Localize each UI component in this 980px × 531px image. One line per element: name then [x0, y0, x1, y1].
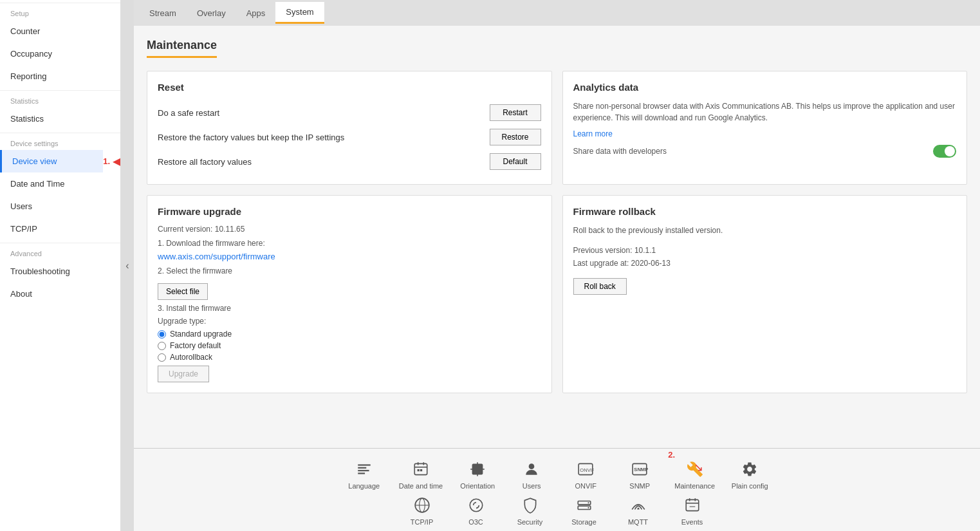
restore-label: Restore the factory values but keep the …	[158, 133, 490, 142]
events-icon	[682, 495, 703, 516]
roll-back-button[interactable]: Roll back	[573, 278, 627, 295]
bottom-icons: Language Date and time Orientation	[134, 448, 980, 531]
toggle-knob	[945, 146, 955, 156]
sidebar: Setup Counter Occupancy Reporting Statis…	[0, 0, 121, 531]
rollback-card-title: Firmware rollback	[573, 206, 957, 217]
firmware-upgrade-card: Firmware upgrade Current version: 10.11.…	[147, 195, 552, 393]
radio-group: Standard upgrade Factory default Autorol…	[158, 330, 541, 362]
current-version-label: Current version:	[158, 225, 212, 234]
icon-events[interactable]: Events	[673, 495, 712, 526]
tab-overlay[interactable]: Overlay	[187, 3, 236, 23]
sidebar-item-about[interactable]: About	[0, 283, 120, 305]
previous-version-label: Previous version:	[573, 246, 633, 255]
sidebar-item-statistics[interactable]: Statistics	[0, 107, 120, 130]
learn-more-link[interactable]: Learn more	[573, 129, 613, 138]
svg-point-23	[470, 499, 483, 512]
fw-step1: 1. Download the firmware here:	[158, 239, 541, 248]
select-file-button[interactable]: Select file	[158, 283, 208, 300]
icon-language[interactable]: Language	[345, 459, 384, 490]
svg-rect-1	[358, 467, 366, 469]
sidebar-item-tcpip[interactable]: TCP/IP	[0, 218, 120, 240]
icon-storage[interactable]: Storage	[565, 495, 604, 526]
svg-point-27	[587, 507, 589, 508]
sidebar-item-users[interactable]: Users	[0, 195, 120, 218]
analytics-card-title: Analytics data	[573, 82, 957, 93]
rollback-description: Roll back to the previously installed ve…	[573, 225, 957, 236]
share-data-toggle[interactable]	[933, 145, 956, 158]
restart-label: Do a safe restart	[158, 108, 490, 118]
tab-system[interactable]: System	[275, 2, 324, 24]
radio-factory: Factory default	[158, 341, 541, 350]
language-label: Language	[348, 482, 380, 490]
cards-row-1: Reset Do a safe restart Restart Restore …	[147, 71, 967, 185]
icon-onvif[interactable]: ONVIF ONVIF	[566, 459, 605, 490]
analytics-card: Analytics data Share non-personal browse…	[562, 71, 968, 185]
current-version-value: 10.11.65	[215, 225, 245, 234]
radio-standard-input[interactable]	[158, 330, 166, 339]
icon-mqtt[interactable]: MQTT	[619, 495, 658, 526]
svg-point-26	[587, 502, 589, 503]
svg-rect-10	[473, 464, 483, 474]
plainconfig-label: Plain config	[732, 482, 768, 490]
storage-icon	[574, 495, 595, 516]
icon-orientation[interactable]: Orientation	[458, 459, 497, 490]
default-row: Restore all factory values Default	[158, 149, 541, 174]
tcpip-icon	[412, 495, 432, 516]
sidebar-item-counter[interactable]: Counter	[0, 20, 120, 42]
users-icon	[521, 459, 542, 480]
radio-autorollback: Autorollback	[158, 353, 541, 362]
content-area: Stream Overlay Apps System Maintenance R…	[134, 0, 980, 531]
icons-grid-row2: TCP/IP O3C Security	[134, 495, 980, 526]
collapse-button[interactable]: ‹	[121, 0, 134, 531]
svg-rect-2	[358, 470, 369, 471]
radio-factory-label: Factory default	[170, 341, 221, 350]
orientation-label: Orientation	[460, 482, 495, 490]
restore-button[interactable]: Restore	[490, 129, 541, 145]
mqtt-icon	[628, 495, 649, 516]
reset-card: Reset Do a safe restart Restart Restore …	[147, 71, 552, 185]
icon-users[interactable]: Users	[512, 459, 551, 490]
radio-factory-input[interactable]	[158, 342, 166, 350]
onvif-label: ONVIF	[575, 482, 596, 490]
sidebar-item-device-view[interactable]: Device view	[0, 150, 103, 172]
storage-label: Storage	[571, 518, 596, 526]
restart-button[interactable]: Restart	[490, 104, 541, 121]
annotation-1-label: 1.	[103, 156, 113, 166]
maintenance-label: Maintenance	[674, 482, 715, 490]
radio-standard-label: Standard upgrade	[170, 330, 232, 339]
onvif-icon: ONVIF	[575, 459, 596, 480]
icon-o3c[interactable]: O3C	[457, 495, 495, 526]
svg-rect-28	[686, 499, 699, 510]
rollback-meta: Previous version: 10.1.1 Last upgrade at…	[573, 244, 957, 270]
upgrade-button[interactable]: Upgrade	[158, 366, 209, 382]
icon-datetime[interactable]: Date and time	[399, 459, 443, 490]
toggle-label: Share data with developers	[573, 147, 667, 156]
icon-maintenance[interactable]: 2. ↘ Maintenance	[674, 459, 715, 490]
tab-apps[interactable]: Apps	[236, 3, 276, 23]
icon-plainconfig[interactable]: Plain config	[730, 459, 769, 490]
icon-security[interactable]: Security	[511, 495, 550, 526]
icon-snmp[interactable]: SNMP SNMP	[620, 459, 659, 490]
statistics-section-label: Statistics	[0, 90, 120, 107]
tab-stream[interactable]: Stream	[139, 3, 187, 23]
svg-rect-3	[358, 472, 365, 474]
sidebar-item-troubleshooting[interactable]: Troubleshooting	[0, 260, 120, 283]
svg-text:SNMP: SNMP	[634, 467, 649, 472]
restore-row: Restore the factory values but keep the …	[158, 125, 541, 149]
orientation-icon	[467, 459, 488, 480]
firmware-link[interactable]: www.axis.com/support/firmware	[158, 252, 275, 261]
rollback-card: Firmware rollback Roll back to the previ…	[562, 195, 968, 393]
svg-rect-8	[418, 469, 420, 471]
events-label: Events	[681, 518, 703, 526]
sidebar-item-reporting[interactable]: Reporting	[0, 65, 120, 88]
sidebar-item-date-time[interactable]: Date and Time	[0, 172, 120, 195]
icon-tcpip[interactable]: TCP/IP	[403, 495, 441, 526]
setup-section-label: Setup	[0, 3, 120, 20]
sidebar-item-occupancy[interactable]: Occupancy	[0, 42, 120, 65]
page-title: Maintenance	[147, 39, 217, 58]
datetime-icon	[411, 459, 431, 480]
datetime-label: Date and time	[399, 482, 443, 490]
radio-autorollback-input[interactable]	[158, 353, 166, 362]
arrow-left-icon: ◀	[113, 155, 120, 167]
default-button[interactable]: Default	[490, 153, 541, 170]
